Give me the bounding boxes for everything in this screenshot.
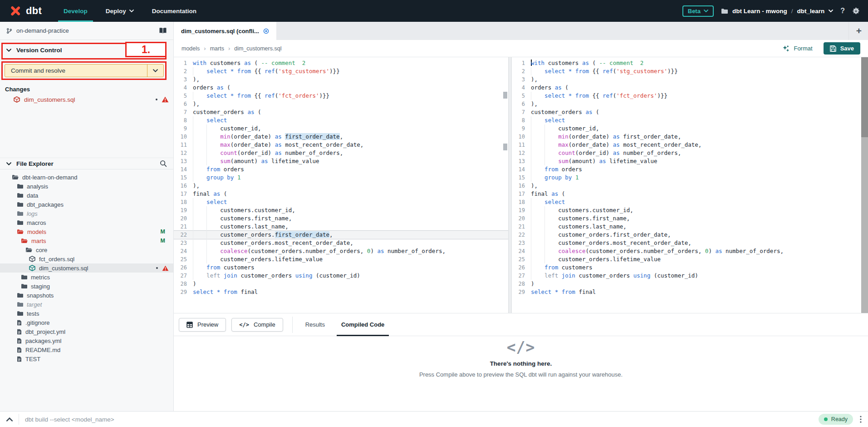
new-tab-button[interactable]: +: [848, 22, 862, 40]
save-button[interactable]: Save: [824, 42, 860, 55]
project-selector[interactable]: dbt Learn - mwong / dbt_learn: [721, 8, 833, 15]
gear-icon[interactable]: [852, 7, 860, 15]
tree-item-staging[interactable]: staging: [0, 282, 173, 291]
code-line-24[interactable]: 24 coalesce(customer_orders.number_of_or…: [174, 247, 508, 255]
tree-item-packages.yml[interactable]: packages.yml: [0, 336, 173, 345]
tree-item-data[interactable]: data: [0, 191, 173, 200]
code-line-29[interactable]: 29select * from final: [174, 288, 508, 296]
nav-tab-develop[interactable]: Develop: [64, 0, 88, 22]
tree-item-marts[interactable]: martsM: [0, 236, 173, 245]
left-scrollbar-thumb[interactable]: [503, 144, 507, 150]
nav-tab-deploy[interactable]: Deploy: [106, 0, 134, 22]
code-line-5[interactable]: 5 select * from {{ ref('fct_orders')}}: [512, 92, 861, 100]
tree-item-snapshots[interactable]: snapshots: [0, 291, 173, 300]
tab-compiled-code[interactable]: Compiled Code: [333, 313, 392, 336]
code-line-18[interactable]: 18 select: [174, 198, 508, 206]
branch-selector[interactable]: on-demand-practice: [0, 22, 173, 40]
tree-item-logs[interactable]: logs: [0, 209, 173, 218]
code-line-7[interactable]: 7customer_orders as (: [512, 108, 861, 116]
code-line-14[interactable]: 14 from orders: [174, 165, 508, 174]
tree-item-core[interactable]: core: [0, 245, 173, 254]
code-line-14[interactable]: 14 from orders: [512, 165, 861, 174]
code-line-18[interactable]: 18 select: [512, 198, 861, 206]
code-left[interactable]: 1with customers as ( -- comment 22 selec…: [174, 57, 508, 296]
dbt-logo[interactable]: dbt: [0, 5, 54, 17]
code-line-17[interactable]: 17final as (: [174, 190, 508, 198]
code-line-15[interactable]: 15 group by 1: [174, 174, 508, 182]
tab-results[interactable]: Results: [297, 313, 333, 336]
code-line-27[interactable]: 27 left join customer_orders using (cust…: [174, 272, 508, 280]
code-line-29[interactable]: 29select * from final: [512, 288, 861, 296]
beta-dropdown[interactable]: Beta: [682, 5, 714, 17]
code-line-3[interactable]: 3),: [512, 75, 861, 84]
code-line-16[interactable]: 16),: [174, 182, 508, 190]
editor-tab-dim-customers[interactable]: dim_customers.sql (confli...: [174, 22, 276, 40]
tree-item-dbt-learn-on-demand[interactable]: dbt-learn-on-demand: [0, 173, 173, 182]
code-line-3[interactable]: 3),: [174, 75, 508, 84]
code-line-8[interactable]: 8 select: [512, 116, 861, 124]
code-line-27[interactable]: 27 left join customer_orders using (cust…: [512, 272, 861, 280]
tree-item-TEST[interactable]: TEST: [0, 354, 173, 363]
tree-item-dim_customers.sql[interactable]: dim_customers.sql: [0, 263, 173, 273]
tree-item-metrics[interactable]: metrics: [0, 273, 173, 282]
code-line-25[interactable]: 25 customer_orders.lifetime_value: [174, 255, 508, 263]
editor-pane-right[interactable]: 1with customers as ( -- comment 22 selec…: [512, 57, 868, 313]
code-line-28[interactable]: 28): [512, 280, 861, 288]
file-explorer-header[interactable]: File Explorer: [0, 158, 173, 169]
docs-book-icon[interactable]: [159, 27, 167, 34]
tree-item-target[interactable]: target: [0, 300, 173, 309]
tree-item-dbt_project.yml[interactable]: dbt_project.yml: [0, 327, 173, 336]
code-line-19[interactable]: 19 customers.customer_id,: [512, 206, 861, 214]
format-button[interactable]: Format: [782, 45, 812, 52]
right-scrollbar-thumb[interactable]: [861, 57, 868, 137]
code-line-13[interactable]: 13 sum(amount) as lifetime_value: [512, 157, 861, 165]
code-line-12[interactable]: 12 count(order_id) as number_of_orders,: [174, 149, 508, 157]
code-line-2[interactable]: 2 select * from {{ ref('stg_customers')}…: [174, 67, 508, 75]
code-line-13[interactable]: 13 sum(amount) as lifetime_value: [174, 157, 508, 165]
tree-item-analysis[interactable]: analysis: [0, 182, 173, 191]
tree-item-tests[interactable]: tests: [0, 309, 173, 318]
code-line-24[interactable]: 24 coalesce(customer_orders.number_of_or…: [512, 247, 861, 255]
code-line-20[interactable]: 20 customers.first_name,: [174, 214, 508, 223]
command-input[interactable]: dbt build --select <model_name>: [25, 416, 114, 423]
code-line-25[interactable]: 25 customer_orders.lifetime_value: [512, 255, 861, 263]
code-right[interactable]: 1with customers as ( -- comment 22 selec…: [512, 57, 861, 296]
tree-item-README.md[interactable]: README.md: [0, 345, 173, 354]
code-line-11[interactable]: 11 max(order_date) as most_recent_order_…: [512, 141, 861, 149]
code-line-4[interactable]: 4orders as (: [512, 84, 861, 92]
code-line-4[interactable]: 4orders as (: [174, 84, 508, 92]
code-line-21[interactable]: 21 customers.last_name,: [512, 223, 861, 231]
code-line-9[interactable]: 9 customer_id,: [174, 124, 508, 133]
tree-item-fct_orders.sql[interactable]: fct_orders.sql: [0, 254, 173, 263]
tree-item-.gitignore[interactable]: .gitignore: [0, 318, 173, 327]
code-line-23[interactable]: 23 customer_orders.most_recent_order_dat…: [174, 239, 508, 247]
code-line-9[interactable]: 9 customer_id,: [512, 124, 861, 133]
code-line-1[interactable]: 1with customers as ( -- comment 2: [512, 59, 861, 67]
split-divider[interactable]: [508, 57, 512, 313]
code-line-12[interactable]: 12 count(order_id) as number_of_orders,: [512, 149, 861, 157]
code-line-10[interactable]: 10 min(order_date) as first_order_date,: [512, 133, 861, 141]
code-line-21[interactable]: 21 customers.last_name,: [174, 223, 508, 231]
code-line-8[interactable]: 8 select: [174, 116, 508, 124]
search-icon[interactable]: [160, 160, 167, 167]
kebab-menu-icon[interactable]: [860, 416, 862, 423]
preview-button[interactable]: Preview: [179, 318, 226, 332]
code-line-6[interactable]: 6),: [174, 100, 508, 108]
code-line-19[interactable]: 19 customers.customer_id,: [174, 206, 508, 214]
code-line-11[interactable]: 11 max(order_date) as most_recent_order_…: [174, 141, 508, 149]
code-line-23[interactable]: 23 customer_orders.most_recent_order_dat…: [512, 239, 861, 247]
right-scrollbar-track[interactable]: [861, 57, 868, 313]
code-line-20[interactable]: 20 customers.first_name,: [512, 214, 861, 223]
code-line-28[interactable]: 28): [174, 280, 508, 288]
tree-item-dbt_packages[interactable]: dbt_packages: [0, 200, 173, 209]
code-line-26[interactable]: 26 from customers: [512, 263, 861, 272]
chevron-up-icon[interactable]: [6, 417, 13, 422]
code-line-22[interactable]: 22 customer_orders.first_order_date,: [512, 231, 861, 239]
code-line-5[interactable]: 5 select * from {{ ref('fct_orders')}}: [174, 92, 508, 100]
tree-item-macros[interactable]: macros: [0, 218, 173, 227]
changed-file-row[interactable]: dim_customers.sql: [0, 94, 173, 105]
left-scrollbar-thumb[interactable]: [503, 92, 507, 99]
nav-tab-documentation[interactable]: Documentation: [152, 0, 196, 22]
code-line-1[interactable]: 1with customers as ( -- comment 2: [174, 59, 508, 67]
compile-button[interactable]: </> Compile: [231, 318, 283, 332]
